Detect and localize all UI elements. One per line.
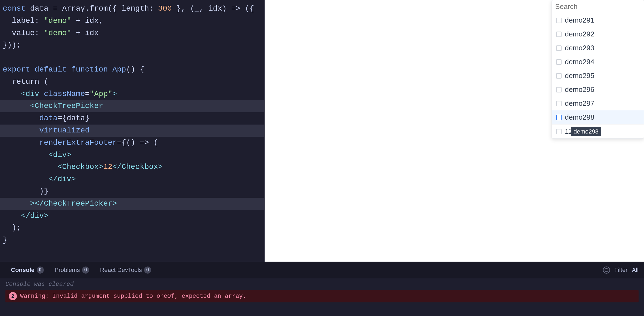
- code-token: return (: [3, 76, 48, 88]
- code-token: virtualized: [3, 125, 89, 137]
- code-token: 300: [158, 3, 172, 15]
- code-token: </div>: [3, 210, 48, 222]
- footer-checkbox[interactable]: [556, 129, 562, 134]
- console-cleared-message: Console was cleared: [5, 281, 639, 288]
- code-token: length:: [117, 3, 158, 15]
- footer-item[interactable]: 12demo298: [552, 124, 644, 138]
- code-line: value: "demo" + idx: [0, 27, 264, 39]
- code-token: </div>: [3, 173, 76, 185]
- checkbox[interactable]: [556, 115, 562, 120]
- code-token: renderExtraFooter: [3, 137, 117, 149]
- dropdown-item[interactable]: demo291: [552, 13, 644, 27]
- code-line: <div>: [0, 149, 264, 161]
- item-label: demo295: [565, 72, 594, 80]
- dropdown-item[interactable]: demo298: [552, 110, 644, 124]
- code-token: "demo": [44, 15, 71, 27]
- checkbox[interactable]: [556, 45, 562, 51]
- code-line: label: "demo" + idx,: [0, 15, 264, 27]
- tab-problems-label: Problems: [55, 267, 80, 274]
- code-token: {: [112, 3, 117, 15]
- code-line: [0, 51, 264, 64]
- dropdown-item[interactable]: demo297: [552, 97, 644, 110]
- tab-console[interactable]: Console 0: [5, 264, 49, 276]
- filter-label: Filter: [614, 267, 628, 274]
- filter-all: All: [632, 267, 639, 274]
- tab-console-badge: 0: [37, 267, 44, 274]
- item-label: demo298: [565, 113, 594, 122]
- code-line: export default function App() {: [0, 64, 264, 76]
- checkbox[interactable]: [556, 59, 562, 65]
- code-token: >: [112, 88, 117, 100]
- item-label: demo293: [565, 44, 594, 52]
- code-token: value:: [3, 27, 44, 39]
- code-token: }: [3, 234, 7, 246]
- search-input[interactable]: [555, 2, 643, 11]
- dropdown-item[interactable]: demo295: [552, 69, 644, 83]
- tab-console-label: Console: [11, 267, 35, 274]
- code-token: ></CheckTreePicker>: [3, 198, 117, 210]
- code-line: <div className="App">: [0, 88, 264, 100]
- console-tabs: Console 0 Problems 0 React DevTools 0: [0, 262, 644, 278]
- code-token: ={data}: [58, 112, 90, 125]
- tab-reactdevtools-label: React DevTools: [100, 267, 142, 274]
- code-token: const: [3, 3, 30, 15]
- checkbox[interactable]: [556, 32, 562, 37]
- code-line: <Checkbox>12</Checkbox>: [0, 161, 264, 173]
- code-token: () {: [126, 64, 144, 76]
- code-token: App: [112, 64, 126, 76]
- checkbox[interactable]: [556, 73, 562, 79]
- code-token: <div: [3, 88, 44, 100]
- item-label: demo292: [565, 30, 594, 38]
- clear-console-icon[interactable]: [603, 267, 610, 274]
- dropdown-item[interactable]: demo296: [552, 83, 644, 97]
- tab-problems[interactable]: Problems 0: [49, 264, 95, 276]
- code-token: "demo": [44, 27, 71, 39]
- checkbox[interactable]: [556, 87, 562, 92]
- tab-problems-badge: 0: [82, 267, 89, 274]
- item-label: demo297: [565, 99, 594, 108]
- code-token: 12: [103, 161, 113, 173]
- item-label: demo296: [565, 85, 594, 94]
- code-editor-panel: const data = Array.from({ length: 300 },…: [0, 0, 264, 262]
- code-content: const data = Array.from({ length: 300 },…: [0, 0, 264, 249]
- tooltip: demo298: [571, 127, 601, 136]
- code-line: }));: [0, 39, 264, 51]
- code-line: renderExtraFooter={() => (: [0, 137, 264, 149]
- item-label: demo294: [565, 58, 594, 66]
- dropdown-item[interactable]: demo292: [552, 27, 644, 41]
- code-token: }));: [3, 39, 21, 51]
- checkbox[interactable]: [556, 101, 562, 106]
- dropdown-item[interactable]: demo294: [552, 55, 644, 69]
- code-token: className: [44, 88, 85, 100]
- console-panel: Console 0 Problems 0 React DevTools 0: [0, 262, 644, 316]
- code-line: );: [0, 222, 264, 234]
- code-line: <CheckTreePicker: [0, 100, 264, 112]
- code-token: <Checkbox>: [3, 161, 103, 173]
- code-token: =: [48, 3, 62, 15]
- console-error-row: 2 Warning: Invalid argument supplied to …: [5, 290, 639, 302]
- code-token: =: [85, 88, 89, 100]
- dropdown-list[interactable]: demo291demo292demo293demo294demo295demo2…: [552, 13, 644, 138]
- checkbox[interactable]: [556, 18, 562, 23]
- code-token: }, (_, idx) => ({: [172, 3, 254, 15]
- main-layout: const data = Array.from({ length: 300 },…: [0, 0, 644, 316]
- code-line: const data = Array.from({ length: 300 },…: [0, 3, 264, 15]
- dropdown-item[interactable]: demo293: [552, 41, 644, 55]
- filter-section: Filter All: [603, 267, 639, 274]
- code-line: </div>: [0, 173, 264, 185]
- preview-panel: 🔍 demo291demo292demo293demo294demo295dem…: [265, 0, 644, 262]
- code-token: </Checkbox>: [112, 161, 163, 173]
- code-line: data={data}: [0, 112, 264, 125]
- code-token: label:: [3, 15, 44, 27]
- tab-reactdevtools[interactable]: React DevTools 0: [95, 264, 157, 276]
- code-line: ></CheckTreePicker>: [0, 198, 264, 210]
- code-token: + idx: [71, 27, 99, 39]
- code-token: "App": [89, 88, 112, 100]
- tab-reactdevtools-badge: 0: [144, 267, 151, 274]
- top-section: const data = Array.from({ length: 300 },…: [0, 0, 644, 262]
- code-line: virtualized: [0, 125, 264, 137]
- code-token: .from(: [85, 3, 112, 15]
- code-line: }: [0, 234, 264, 246]
- code-token: () => (: [126, 137, 158, 149]
- error-text: Warning: Invalid argument supplied to on…: [20, 293, 246, 300]
